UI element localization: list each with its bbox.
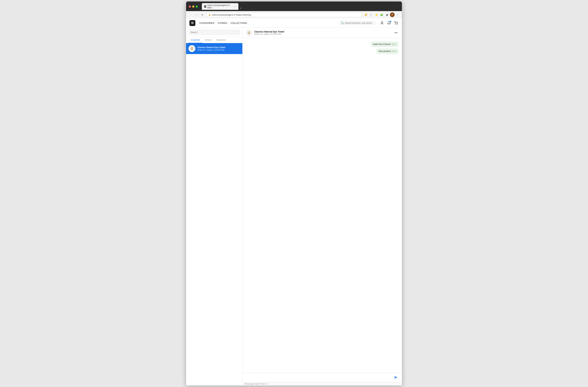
profile-avatar: P [390, 12, 395, 17]
back-button[interactable]: ← [188, 12, 193, 17]
browser-toolbar: ← → ↻ 🔒 melcor.io/messenger/c/1?status=f… [186, 11, 402, 19]
conversation-list: Classics Natural Dye Towel Order #1 / St… [186, 43, 242, 386]
message-text: Hello from France! [373, 43, 391, 46]
app-logo: M [189, 20, 195, 26]
close-traffic-light[interactable] [189, 5, 191, 8]
minimize-traffic-light[interactable] [192, 5, 194, 8]
status-bar: Messenger ready / Peers: 3 [243, 382, 402, 386]
chat-messages: Hello from France! 02:17 Nice product 02… [243, 38, 402, 373]
notification-badge: 1 [390, 21, 391, 22]
tab-favicon: M [204, 5, 206, 8]
chat-input[interactable] [246, 376, 392, 379]
conversation-item[interactable]: Classics Natural Dye Towel Order #1 / St… [186, 43, 242, 54]
chat-header: Classics Natural Dye Towel Order #1 / St… [243, 28, 402, 38]
search-icon: 🔍 [341, 22, 344, 24]
forward-button[interactable]: → [194, 12, 199, 17]
chat-title: Classics Natural Dye Towel [254, 30, 284, 33]
sidebar-tab-guarantor[interactable]: Guarantor [214, 37, 229, 43]
sidebar-tabs: Customer Vendor Guarantor [186, 37, 242, 43]
towel-icon [189, 45, 195, 52]
conversation-info: Classics Natural Dye Towel Order #1 / St… [197, 46, 240, 51]
categories-link[interactable]: CATEGORIES [199, 22, 214, 24]
search-input[interactable] [345, 22, 373, 24]
nav-icons: 1 [379, 20, 399, 26]
message-bubble: Nice product 02:18 [376, 48, 399, 54]
conversation-title: Classics Natural Dye Towel [197, 46, 240, 49]
sidebar-tab-customer[interactable]: Customer [189, 37, 202, 43]
sidebar-tab-vendor[interactable]: Vendor [202, 37, 214, 43]
conversation-subtitle: Order #1 / Status: ACCEPTED [197, 49, 240, 51]
message-text: Nice product [378, 50, 391, 53]
sidebar-search-input[interactable] [189, 30, 240, 35]
sidebar: Customer Vendor Guarantor [186, 28, 243, 386]
message-item: Nice product 02:18 [246, 48, 399, 54]
search-bar[interactable]: 🔍 [339, 21, 375, 25]
more-icon: ••• [395, 31, 398, 35]
message-bubble: Hello from France! 02:17 [371, 41, 399, 47]
message-time: 02:18 [392, 50, 396, 53]
nav-links: CATEGORIES STORES COLLECTIONS [199, 22, 247, 24]
main-layout: Customer Vendor Guarantor [186, 28, 402, 386]
collections-link[interactable]: COLLECTIONS [231, 22, 247, 24]
chat-more-button[interactable]: ••• [393, 30, 399, 36]
new-tab-button[interactable]: + [238, 7, 244, 10]
status-text: Messenger ready / Peers: 3 [245, 383, 267, 385]
chat-input-area [243, 373, 402, 382]
chat-area: Classics Natural Dye Towel Order #1 / St… [243, 28, 402, 386]
tab-bar: M melcor.io/messenger/c/1?statu... ✕ + [202, 3, 244, 10]
url-text: melcor.io/messenger/c/1?status=fetching [212, 14, 359, 16]
svg-point-3 [397, 24, 397, 24]
cart-button[interactable] [393, 20, 399, 26]
app-container: M CATEGORIES STORES COLLECTIONS 🔍 [186, 19, 402, 386]
stores-link[interactable]: STORES [218, 22, 227, 24]
svg-point-0 [381, 21, 382, 23]
star-icon-button[interactable]: ⭐ [374, 12, 379, 17]
sidebar-icon-button[interactable]: ▣ [385, 12, 389, 17]
bookmark-icon-button[interactable]: ☆ [369, 12, 373, 17]
chat-header-avatar [246, 30, 252, 36]
user-icon-button[interactable] [379, 20, 385, 26]
profile-icon-button[interactable]: P [390, 12, 395, 17]
sidebar-search-area [186, 28, 242, 37]
send-button[interactable] [393, 375, 399, 380]
chat-subtitle: Order #1 / Status: ACCEPTED [254, 33, 284, 35]
key-icon-button[interactable]: 🔑 [363, 12, 368, 17]
tab-close-button[interactable]: ✕ [234, 5, 236, 8]
browser-controls: M melcor.io/messenger/c/1?statu... ✕ + [189, 3, 399, 10]
menu-icon-button[interactable]: ⋮ [395, 12, 400, 17]
top-nav: M CATEGORIES STORES COLLECTIONS 🔍 [186, 19, 402, 28]
chat-header-info: Classics Natural Dye Towel Order #1 / St… [254, 30, 284, 35]
active-tab[interactable]: M melcor.io/messenger/c/1?statu... ✕ [202, 3, 238, 10]
svg-point-2 [395, 24, 396, 24]
browser-titlebar: M melcor.io/messenger/c/1?statu... ✕ + [186, 1, 402, 11]
address-bar[interactable]: 🔒 melcor.io/messenger/c/1?status=fetchin… [206, 13, 362, 17]
chat-towel-icon [246, 30, 252, 36]
notification-button[interactable]: 1 [386, 20, 392, 26]
toolbar-icons: 🔑 ☆ ⭐ 🧩 ▣ P ⋮ [363, 12, 400, 17]
reload-button[interactable]: ↻ [200, 12, 205, 17]
puzzle-icon-button[interactable]: 🧩 [379, 12, 384, 17]
message-item: Hello from France! 02:17 [246, 41, 399, 47]
message-time: 02:17 [392, 43, 396, 46]
lock-icon: 🔒 [209, 14, 211, 16]
maximize-traffic-light[interactable] [196, 5, 198, 8]
conversation-avatar [189, 45, 195, 52]
tab-title: melcor.io/messenger/c/1?statu... [207, 4, 232, 9]
